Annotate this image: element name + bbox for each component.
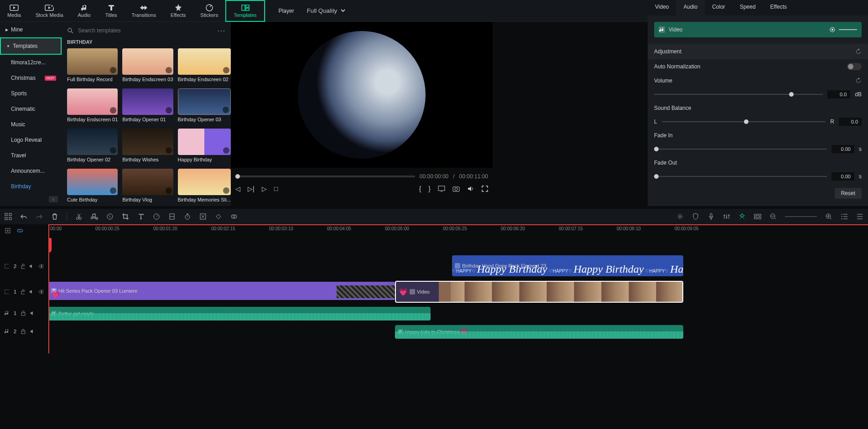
color-tool-icon[interactable] xyxy=(168,213,176,220)
play-icon[interactable]: ▷ xyxy=(262,185,267,192)
mute-icon[interactable] xyxy=(30,329,36,334)
track-header-v1[interactable]: 1 xyxy=(0,279,48,304)
ptab-video[interactable]: Video xyxy=(648,0,676,16)
fadein-slider[interactable] xyxy=(654,149,827,150)
sidebar-templates[interactable]: ▼Templates xyxy=(0,37,62,55)
redo-icon[interactable] xyxy=(36,213,43,220)
expand-icon[interactable] xyxy=(856,213,863,220)
reset-small-icon[interactable] xyxy=(855,78,862,84)
snapshot-icon[interactable] xyxy=(452,186,460,192)
tab-templates[interactable]: Templates xyxy=(225,0,265,22)
reset-button[interactable]: Reset xyxy=(835,188,862,199)
fadeout-value[interactable]: 0.00 xyxy=(832,172,854,181)
quality-select[interactable]: Full Quality xyxy=(303,5,347,16)
play-loop-icon[interactable]: ▷| xyxy=(248,185,255,192)
speaker-icon[interactable] xyxy=(467,186,474,192)
template-item[interactable]: Birthday Opener 03 xyxy=(178,88,231,124)
frame-icon[interactable] xyxy=(754,213,761,220)
template-item[interactable]: Birthday Vlog xyxy=(122,169,173,203)
template-item[interactable]: Birthday Memories Sli... xyxy=(178,169,231,203)
search-input[interactable] xyxy=(78,27,213,34)
text-icon[interactable] xyxy=(137,213,145,220)
eye-icon[interactable] xyxy=(38,264,44,269)
view-mode-icon[interactable] xyxy=(841,213,848,220)
mute-icon[interactable] xyxy=(29,289,34,294)
playhead[interactable] xyxy=(48,225,49,353)
template-item[interactable]: Full Birthday Record xyxy=(67,48,118,84)
preview-scrubber[interactable] xyxy=(235,176,415,177)
settings-gear-icon[interactable] xyxy=(676,213,684,220)
template-item[interactable]: Birthday Endscreen 03 xyxy=(122,48,173,84)
edit-tools-icon[interactable] xyxy=(5,213,12,220)
lock-icon[interactable] xyxy=(21,329,26,334)
sidebar-logo[interactable]: Logo Reveal xyxy=(0,132,62,148)
ptab-effects[interactable]: Effects xyxy=(763,0,794,16)
ptab-audio[interactable]: Audio xyxy=(676,0,705,16)
mixer-icon[interactable] xyxy=(723,213,730,220)
audio-detach-icon[interactable] xyxy=(91,213,98,220)
mic-icon[interactable] xyxy=(707,213,715,220)
sidebar-travel[interactable]: Travel xyxy=(0,148,62,163)
template-item[interactable]: Birthday Opener 02 xyxy=(67,129,118,164)
tab-media[interactable]: Media xyxy=(0,0,28,22)
adjustment-header[interactable]: Adjustment xyxy=(648,44,868,59)
tab-effects[interactable]: Effects xyxy=(163,0,193,22)
clip-audio-2[interactable]: Happy kids In Christmas 💗 xyxy=(395,325,683,339)
radio-icon[interactable] xyxy=(830,27,835,32)
keyframe-icon[interactable] xyxy=(215,213,222,220)
mute-icon[interactable] xyxy=(30,311,36,315)
tab-titles[interactable]: Titles xyxy=(98,0,125,22)
undo-icon[interactable] xyxy=(20,213,27,220)
stop-icon[interactable]: □ xyxy=(274,185,278,192)
balance-value[interactable]: 0.0 xyxy=(839,118,862,126)
fit-icon[interactable] xyxy=(199,213,207,220)
sidebar-music[interactable]: Music xyxy=(0,117,62,132)
zoom-out-icon[interactable] xyxy=(769,213,777,220)
mark-in-icon[interactable]: { xyxy=(419,185,421,192)
lock-icon[interactable] xyxy=(21,289,25,295)
preview-viewport[interactable] xyxy=(231,22,493,168)
template-item[interactable]: Birthday Opener 01 xyxy=(122,88,173,124)
fadeout-slider[interactable] xyxy=(654,176,827,177)
lock-icon[interactable] xyxy=(21,264,25,269)
sidebar-mine[interactable]: ▶Mine xyxy=(0,22,62,37)
template-item[interactable]: Cute Birthday xyxy=(67,169,118,203)
tab-audio[interactable]: Audio xyxy=(71,0,98,22)
ptab-speed[interactable]: Speed xyxy=(733,0,763,16)
crop-icon[interactable] xyxy=(122,213,129,220)
fullscreen-icon[interactable] xyxy=(482,186,488,192)
track-header-a1[interactable]: 1 xyxy=(0,304,48,322)
track-header-v2[interactable]: 2 xyxy=(0,253,48,279)
split-icon[interactable] xyxy=(75,213,83,220)
reset-small-icon[interactable] xyxy=(855,48,862,55)
clip-video-main[interactable]: 💗Video xyxy=(395,281,683,303)
sidebar-christmas[interactable]: ChristmasHOT xyxy=(0,70,62,86)
add-track-icon[interactable] xyxy=(5,227,11,234)
eye-icon[interactable] xyxy=(38,289,44,294)
zoom-in-icon[interactable] xyxy=(825,213,832,220)
speed-tool-icon[interactable] xyxy=(153,213,160,220)
volume-slider[interactable] xyxy=(654,94,823,95)
sidebar-announce[interactable]: Announcem... xyxy=(0,163,62,179)
prev-frame-icon[interactable]: ◁ xyxy=(235,185,240,192)
sidebar-cinematic[interactable]: Cinematic xyxy=(0,101,62,117)
collapse-button[interactable]: ‹ xyxy=(49,196,58,202)
mark-out-icon[interactable]: } xyxy=(428,185,431,192)
volume-value[interactable]: 0.0 xyxy=(827,90,850,98)
sidebar-birthday[interactable]: Birthday xyxy=(0,179,62,194)
clip-header[interactable]: Video xyxy=(654,22,862,37)
clip-title[interactable]: Birthday Hand Draw Pack Element 23 ♡HAPP… xyxy=(452,255,683,276)
ptab-color[interactable]: Color xyxy=(705,0,733,16)
lock-icon[interactable] xyxy=(21,310,26,316)
tag-icon[interactable] xyxy=(106,213,114,220)
link-icon[interactable] xyxy=(16,227,24,234)
balance-slider[interactable] xyxy=(662,121,826,122)
fadein-value[interactable]: 0.00 xyxy=(832,145,854,153)
tab-transitions[interactable]: Transitions xyxy=(125,0,163,22)
monitor-icon[interactable] xyxy=(438,186,445,192)
track-header-a2[interactable]: 2 xyxy=(0,322,48,341)
ai-icon[interactable] xyxy=(738,213,746,220)
timer-tool-icon[interactable] xyxy=(184,213,191,220)
template-item[interactable]: Birthday Wishes xyxy=(122,129,173,164)
clip-audio-1[interactable]: Better get ready xyxy=(48,307,431,320)
